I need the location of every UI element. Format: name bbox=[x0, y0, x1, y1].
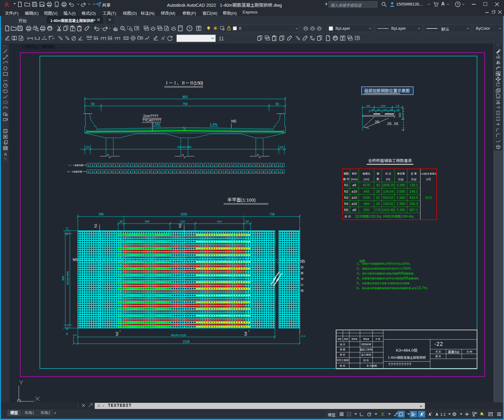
svg-text:A: A bbox=[4, 152, 7, 157]
svg-text:A: A bbox=[161, 36, 164, 41]
svg-text:XY: XY bbox=[52, 37, 55, 40]
svg-text:?: ? bbox=[188, 27, 190, 30]
svg-text:?: ? bbox=[457, 2, 459, 7]
